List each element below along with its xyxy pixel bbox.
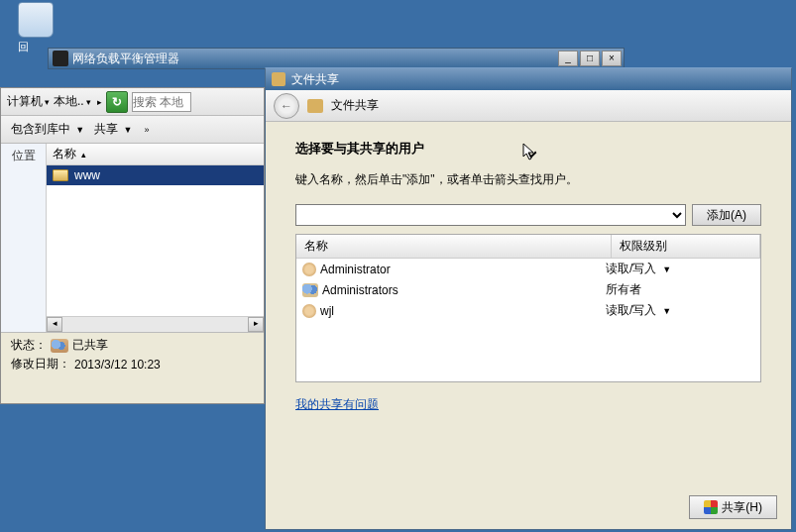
nlb-window-titlebar[interactable]: 网络负载平衡管理器 _ □ × [48,48,625,69]
location-dropdown[interactable]: 本地..▾ [54,93,91,110]
permission-row[interactable]: Administrator读取/写入▼ [296,259,760,279]
horizontal-scrollbar[interactable]: ◂ ▸ [47,316,264,332]
permission-level: 读取/写入 [606,261,656,277]
share-heading: 选择要与其共享的用户 [295,140,761,158]
search-input[interactable] [132,92,191,112]
nlb-maximize-button[interactable]: □ [580,51,600,66]
explorer-nav-pane[interactable]: 位置 [1,144,47,332]
permission-user-name: Administrator [320,263,391,276]
share-nav-bar: ← 文件共享 [266,90,791,122]
nlb-close-button[interactable]: × [602,51,622,66]
breadcrumb-chevron-icon[interactable]: ▸ [97,97,102,107]
share-menu-button[interactable]: 共享 ▼ [94,121,132,138]
group-icon [302,283,318,297]
explorer-window: 计算机▾ 本地..▾ ▸ ↻ 包含到库中 ▼ 共享 ▼ » 位置 名称 ▴ ww… [0,87,265,404]
column-header-name[interactable]: 名称 [296,235,612,258]
modified-value: 2013/3/12 10:23 [74,358,161,372]
file-list[interactable]: www [47,165,264,316]
nav-location-label: 位置 [5,148,42,164]
folder-icon [53,169,68,181]
share-button-label: 共享(H) [722,499,762,516]
user-icon [302,263,316,276]
share-crumb-icon [307,99,323,113]
refresh-button[interactable]: ↻ [106,91,128,113]
include-library-button[interactable]: 包含到库中 ▼ [11,121,84,138]
share-titlebar[interactable]: 文件共享 [266,68,791,90]
permission-level: 所有者 [606,281,641,298]
column-header-permission[interactable]: 权限级别 [612,235,760,258]
explorer-address-bar: 计算机▾ 本地..▾ ▸ ↻ [1,88,264,116]
file-name: www [74,168,100,182]
permission-level: 读取/写入 [606,302,656,319]
share-breadcrumb: 文件共享 [331,97,379,114]
nlb-title: 网络负载平衡管理器 [72,51,558,67]
permission-row[interactable]: Administrators所有者 [296,279,760,300]
scroll-left-button[interactable]: ◂ [47,317,62,332]
explorer-details-pane: 状态： 已共享 修改日期： 2013/3/12 10:23 [1,332,264,378]
file-sharing-dialog: 文件共享 ← 文件共享 选择要与其共享的用户 键入名称，然后单击"添加"，或者单… [265,67,792,530]
back-button[interactable]: ← [274,93,299,119]
share-title-icon [272,72,285,86]
uac-shield-icon [704,500,718,514]
column-header-name[interactable]: 名称 ▴ [47,144,264,165]
permission-dropdown-icon[interactable]: ▼ [662,306,671,316]
status-value: 已共享 [72,337,108,354]
nlb-app-icon [53,51,68,66]
scroll-right-button[interactable]: ▸ [248,317,264,332]
permissions-table: 名称 权限级别 Administrator读取/写入▼Administrator… [295,234,761,382]
sharing-help-link[interactable]: 我的共享有问题 [295,396,379,413]
modified-label: 修改日期： [11,356,70,372]
share-button[interactable]: 共享(H) [689,495,777,519]
status-label: 状态： [11,337,47,354]
nlb-minimize-button[interactable]: _ [558,51,578,66]
shared-users-icon [51,339,68,353]
share-instruction: 键入名称，然后单击"添加"，或者单击箭头查找用户。 [295,171,761,188]
add-button[interactable]: 添加(A) [692,204,761,226]
command-overflow-icon[interactable]: » [145,125,150,135]
permission-row[interactable]: wjl读取/写入▼ [296,300,760,321]
explorer-command-bar: 包含到库中 ▼ 共享 ▼ » [1,116,264,144]
user-icon [302,304,316,318]
permission-user-name: wjl [320,304,334,318]
file-row-selected[interactable]: www [47,165,264,185]
permission-user-name: Administrators [322,283,398,297]
recycle-bin-icon [18,2,54,38]
user-name-combobox[interactable] [295,204,686,226]
permission-dropdown-icon[interactable]: ▼ [662,265,671,274]
computer-dropdown[interactable]: 计算机▾ [7,93,50,110]
share-window-title: 文件共享 [291,71,339,88]
